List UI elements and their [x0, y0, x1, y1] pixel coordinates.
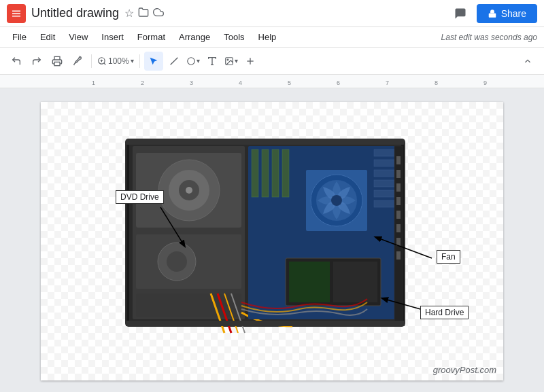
canvas-area[interactable]: DVD Drive Fan Hard Drive groovyPost.com [0, 88, 544, 392]
share-label: Share [501, 8, 526, 19]
drawing-canvas[interactable]: DVD Drive Fan Hard Drive groovyPost.com [41, 102, 503, 380]
svg-rect-37 [272, 149, 279, 197]
collapse-toolbar-button[interactable] [518, 52, 537, 71]
ruler-mark-2: 2 [141, 79, 144, 86]
last-edit-status: Last edit was seconds ago [441, 33, 537, 42]
svg-rect-36 [262, 149, 269, 197]
titlebar: Untitled drawing ☆ Share [0, 0, 544, 27]
ruler-mark-4: 4 [239, 79, 242, 86]
svg-point-11 [227, 59, 228, 60]
text-tool-button[interactable] [203, 52, 222, 71]
hard-drive-label: Hard Drive [420, 306, 469, 319]
image-tool-button[interactable]: ▾ [223, 52, 239, 71]
zoom-level: 100% [108, 56, 129, 66]
menu-format[interactable]: Format [132, 29, 171, 45]
svg-rect-56 [396, 251, 401, 260]
share-button[interactable]: Share [477, 4, 537, 23]
svg-point-21 [186, 187, 192, 194]
folder-icon[interactable] [138, 7, 149, 20]
svg-rect-52 [396, 197, 401, 205]
ruler-mark-1: 1 [92, 79, 95, 86]
undo-button[interactable] [7, 52, 26, 71]
svg-rect-54 [396, 224, 401, 232]
more-tool-button[interactable] [241, 52, 260, 71]
line-tool-button[interactable] [165, 52, 184, 71]
svg-rect-41 [374, 170, 394, 177]
svg-rect-47 [333, 262, 377, 302]
menu-arrange[interactable]: Arrange [173, 29, 216, 45]
menu-help[interactable]: Help [253, 29, 282, 45]
svg-rect-49 [396, 156, 401, 164]
menu-edit[interactable]: Edit [35, 29, 61, 45]
document-title[interactable]: Untitled drawing [31, 6, 119, 20]
ruler-mark-9: 9 [483, 79, 487, 86]
app-logo [7, 4, 26, 23]
titlebar-actions: Share [449, 3, 537, 24]
svg-rect-38 [282, 149, 289, 197]
select-button[interactable] [144, 52, 163, 71]
svg-rect-51 [396, 183, 401, 192]
svg-point-7 [187, 57, 194, 65]
svg-point-34 [331, 195, 342, 206]
svg-rect-42 [374, 180, 394, 187]
ruler-mark-5: 5 [288, 79, 291, 86]
shape-tool-button[interactable]: ▾ [185, 52, 201, 71]
toolbar-separator-1 [91, 54, 92, 68]
svg-line-3 [104, 63, 106, 65]
cloud-icon[interactable] [153, 7, 164, 20]
svg-rect-50 [396, 170, 401, 178]
svg-rect-44 [374, 200, 394, 207]
toolbar: 100% ▾ ▾ ▾ [0, 48, 544, 75]
redo-button[interactable] [27, 52, 46, 71]
svg-rect-0 [488, 13, 496, 17]
ruler-mark-8: 8 [435, 79, 438, 86]
toolbar-separator-2 [139, 54, 140, 68]
ruler-mark-7: 7 [386, 79, 389, 86]
svg-rect-53 [396, 211, 401, 219]
svg-rect-1 [54, 62, 60, 65]
svg-rect-35 [252, 149, 258, 197]
paintformat-button[interactable] [68, 52, 87, 71]
ruler-mark-3: 3 [190, 79, 193, 86]
ruler: 1 2 3 4 5 6 7 8 9 [0, 75, 544, 88]
ruler-mark-6: 6 [337, 79, 340, 86]
svg-point-24 [167, 251, 187, 272]
svg-rect-57 [126, 139, 405, 145]
svg-line-6 [170, 57, 177, 65]
svg-rect-43 [374, 190, 394, 197]
svg-rect-40 [374, 160, 394, 166]
print-button[interactable] [48, 52, 67, 71]
svg-rect-39 [374, 149, 394, 156]
zoom-button[interactable]: 100% ▾ [96, 52, 135, 71]
fan-label: Fan [437, 250, 460, 264]
svg-rect-55 [396, 238, 401, 246]
watermark: groovyPost.com [433, 365, 496, 375]
computer-illustration [41, 102, 503, 380]
comment-button[interactable] [449, 3, 471, 24]
menu-view[interactable]: View [63, 29, 93, 45]
svg-rect-58 [126, 321, 405, 326]
dvd-drive-label: DVD Drive [116, 190, 164, 204]
star-icon[interactable]: ☆ [124, 7, 134, 20]
image-arrow: ▾ [235, 57, 238, 65]
menu-file[interactable]: File [7, 29, 32, 45]
shape-arrow: ▾ [197, 57, 200, 65]
zoom-arrow: ▾ [131, 57, 134, 65]
menubar: File Edit View Insert Format Arrange Too… [0, 27, 544, 48]
menu-tools[interactable]: Tools [218, 29, 250, 45]
svg-rect-46 [289, 262, 330, 302]
menu-insert[interactable]: Insert [96, 29, 129, 45]
